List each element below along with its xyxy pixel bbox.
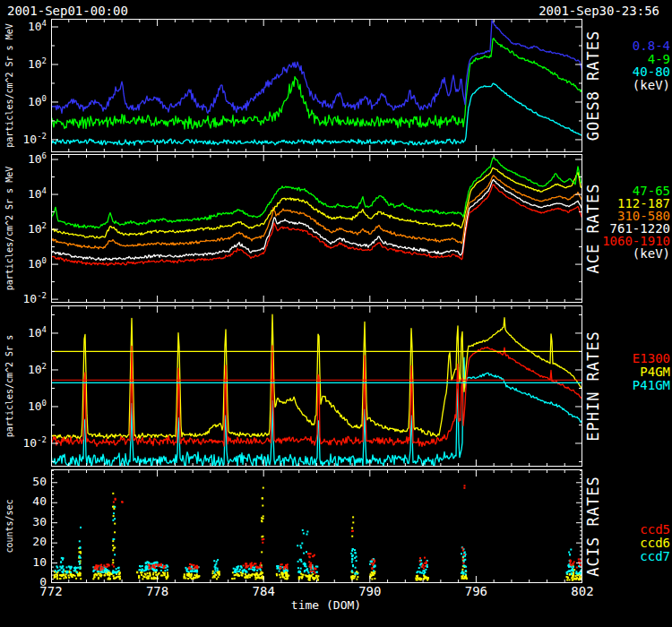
ephin-panel	[51, 305, 582, 467]
ephin-rates-label: EPHIN RATES	[584, 305, 602, 467]
legend-item-4-9: 4-9	[633, 53, 670, 66]
acis-rates-label: ACIS RATES	[584, 469, 602, 583]
x-axis-title: time (DOM)	[291, 598, 361, 612]
series-1060-1910	[51, 185, 582, 266]
legend-item-P4GM: P4GM	[633, 365, 670, 379]
legend-item-1060-1910: 1060-1910	[602, 235, 670, 247]
x-tick-label: 790	[358, 584, 381, 598]
y-tick-label: 100	[0, 94, 47, 108]
acis-legend: ccd5ccd6ccd7	[640, 523, 670, 563]
goes8-panel	[51, 19, 582, 152]
y-tick-label: 106	[0, 151, 47, 166]
legend-item-40-80: 40-80	[633, 65, 670, 79]
legend-item-(keV): (keV)	[602, 247, 670, 260]
legend-item-ccd6: ccd6	[640, 537, 670, 550]
ace-panel	[51, 154, 582, 303]
legend-item-310-580: 310-580	[602, 210, 670, 222]
legend-item-E1300: E1300	[633, 352, 670, 365]
x-tick-label: 802	[571, 584, 593, 598]
end-date-label: 2001-Sep30-23:56	[538, 4, 659, 18]
y-tick-label: 102	[0, 221, 47, 236]
legend-item-0.8-4: 0.8-4	[633, 39, 670, 53]
legend-item-ccd5: ccd5	[640, 523, 670, 537]
start-date-label: 2001-Sep01-00:00	[7, 4, 128, 18]
legend-item-112-187: 112-187	[602, 197, 670, 210]
series-4-9	[51, 39, 582, 129]
legend-item-P41GM: P41GM	[633, 379, 670, 392]
series-112-187	[51, 167, 582, 238]
series-0.8-4	[51, 21, 582, 114]
y-tick-label: 104	[0, 325, 47, 339]
series-761-1220	[51, 180, 582, 261]
series-40-80	[51, 83, 582, 145]
ace-legend: 47-65112-187310-580761-12201060-1910(keV…	[602, 185, 670, 260]
x-tick-label: 772	[39, 584, 62, 598]
y-tick-label: 20	[0, 535, 47, 548]
y-tick-label: 10	[0, 555, 47, 569]
x-tick-label: 796	[465, 584, 487, 598]
legend-item-ccd7: ccd7	[640, 550, 670, 563]
y-tick-label: 102	[0, 56, 47, 71]
goes8-rates-label: GOES8 RATES	[584, 19, 602, 152]
x-tick-label: 784	[253, 584, 275, 598]
y-tick-label: 100	[0, 256, 47, 271]
legend-item-761-1220: 761-1220	[602, 222, 670, 235]
y-tick-label: 10-2	[0, 435, 47, 450]
y-tick-label: 104	[0, 186, 47, 201]
ephin-legend: E1300P4GMP41GM	[633, 352, 670, 392]
acis-panel	[51, 469, 582, 583]
y-tick-label: 50	[0, 475, 47, 488]
y-tick-label: 100	[0, 399, 47, 413]
legend-item-(keV): (keV)	[633, 79, 670, 92]
goes8-legend: 0.8-44-940-80(keV)	[633, 39, 670, 91]
y-tick-label: 10-2	[0, 291, 47, 305]
y-tick-label: 104	[0, 19, 47, 33]
y-tick-label: 30	[0, 515, 47, 528]
ace-rates-label: ACE RATES	[584, 154, 602, 303]
legend-item-47-65: 47-65	[602, 185, 670, 197]
x-tick-label: 778	[146, 584, 168, 598]
y-tick-label: 102	[0, 362, 47, 376]
y-tick-label: 10-2	[0, 132, 47, 146]
radiation-environment-plot: 2001-Sep01-00:00 2001-Sep30-23:56 partic…	[0, 0, 672, 627]
y-tick-label: 40	[0, 494, 47, 508]
